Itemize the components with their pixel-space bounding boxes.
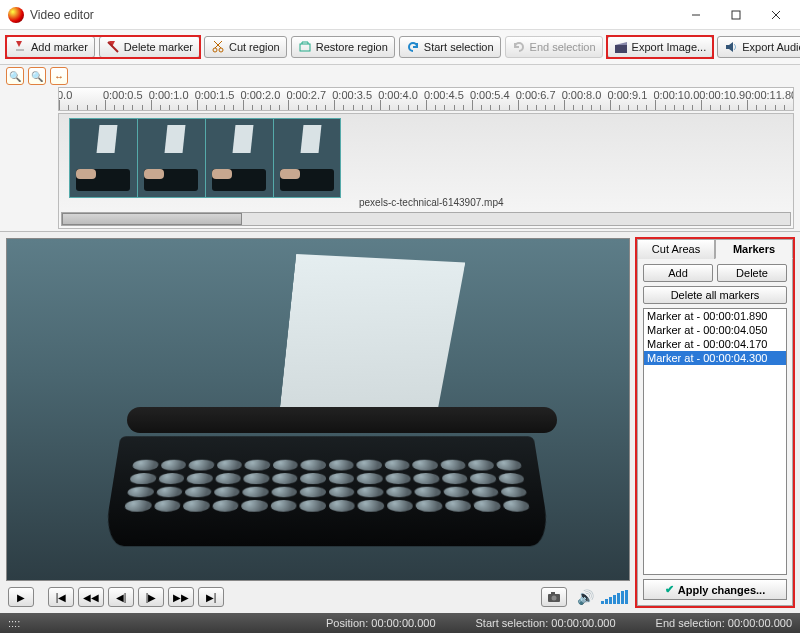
clip-thumbnail[interactable] xyxy=(273,118,341,198)
tab-markers[interactable]: Markers xyxy=(715,239,793,259)
step-back-button[interactable]: ◀| xyxy=(108,587,134,607)
play-button[interactable]: ▶ xyxy=(8,587,34,607)
clip-thumbnail[interactable] xyxy=(205,118,273,198)
status-grip: :::: xyxy=(8,617,48,629)
tick-label: 0:00:4.0 xyxy=(378,89,418,101)
volume-level[interactable] xyxy=(601,590,628,604)
delete-marker-button[interactable]: Delete marker xyxy=(99,36,200,58)
zoom-fit-button[interactable]: ↔ xyxy=(50,67,68,85)
tick-label: 0:00:3.5 xyxy=(332,89,372,101)
tick-label: 0:00:1.5 xyxy=(195,89,235,101)
status-end-selection: End selection: 00:00:00.000 xyxy=(656,617,792,629)
fast-forward-button[interactable]: ▶▶ xyxy=(168,587,194,607)
start-selection-button[interactable]: Start selection xyxy=(399,36,501,58)
minimize-button[interactable] xyxy=(676,1,716,29)
maximize-button[interactable] xyxy=(716,1,756,29)
export-image-button[interactable]: Export Image... xyxy=(607,36,714,58)
delete-all-markers-button[interactable]: Delete all markers xyxy=(643,286,787,304)
video-preview[interactable] xyxy=(6,238,630,581)
check-icon: ✔ xyxy=(665,583,674,596)
volume-icon[interactable]: 🔊 xyxy=(577,589,594,605)
svg-point-6 xyxy=(213,48,217,52)
svg-line-8 xyxy=(215,41,222,48)
end-selection-label: End selection xyxy=(530,41,596,53)
tick-label: 0:00:10.9 xyxy=(699,89,745,101)
zoom-controls: 🔍 🔍 ↔ xyxy=(6,65,794,85)
marker-add-button[interactable]: Add xyxy=(643,264,713,282)
start-selection-label: Start selection xyxy=(424,41,494,53)
add-marker-label: Add marker xyxy=(31,41,88,53)
svg-rect-1 xyxy=(732,11,740,19)
tick-label: 0:00:5.4 xyxy=(470,89,510,101)
svg-rect-14 xyxy=(551,592,555,595)
markers-tab-body: Add Delete Delete all markers Marker at … xyxy=(637,259,793,606)
status-bar: :::: Position: 00:00:00.000 Start select… xyxy=(0,613,800,633)
goto-end-button[interactable]: ▶| xyxy=(198,587,224,607)
tick-label: 0:00:9.1 xyxy=(608,89,648,101)
redo-arrow-icon xyxy=(512,40,526,54)
zoom-in-button[interactable]: 🔍 xyxy=(6,67,24,85)
svg-point-7 xyxy=(219,48,223,52)
clapper-icon xyxy=(614,40,628,54)
add-marker-button[interactable]: Add marker xyxy=(6,36,95,58)
tick-label: 0:00:8.0 xyxy=(562,89,602,101)
end-selection-button[interactable]: End selection xyxy=(505,36,603,58)
tick-label: 0:00:2.7 xyxy=(286,89,326,101)
delete-marker-icon xyxy=(106,40,120,54)
side-tabs: Cut Areas Markers xyxy=(637,239,793,259)
status-start-selection: Start selection: 00:00:00.000 xyxy=(476,617,616,629)
clip-thumbnails[interactable] xyxy=(69,118,341,198)
restore-icon xyxy=(298,40,312,54)
title-bar: Video editor xyxy=(0,0,800,30)
export-audio-button[interactable]: Export Audio... xyxy=(717,36,800,58)
markers-panel: Cut Areas Markers Add Delete Delete all … xyxy=(636,238,794,607)
tick-label: 0:00:4.5 xyxy=(424,89,464,101)
svg-rect-11 xyxy=(615,45,627,53)
marker-list-item[interactable]: Marker at - 00:00:04.300 xyxy=(644,351,786,365)
step-forward-button[interactable]: |▶ xyxy=(138,587,164,607)
tick-label: 0:00:10.0 xyxy=(653,89,699,101)
apply-changes-label: Apply changes... xyxy=(678,584,765,596)
tick-label: 0:00:2.0 xyxy=(241,89,281,101)
tick-label: 0.0 xyxy=(58,89,72,101)
add-marker-icon xyxy=(13,40,27,54)
restore-region-label: Restore region xyxy=(316,41,388,53)
marker-delete-button[interactable]: Delete xyxy=(717,264,787,282)
svg-rect-10 xyxy=(300,44,310,51)
apply-changes-button[interactable]: ✔ Apply changes... xyxy=(643,579,787,600)
tick-label: 0:00:0.5 xyxy=(103,89,143,101)
cut-region-label: Cut region xyxy=(229,41,280,53)
clip-filename: pexels-c-technical-6143907.mp4 xyxy=(359,197,504,208)
snapshot-button[interactable] xyxy=(541,587,567,607)
rewind-button[interactable]: ◀◀ xyxy=(78,587,104,607)
timeline-track[interactable]: pexels-c-technical-6143907.mp4 xyxy=(58,113,794,229)
tab-cut-areas[interactable]: Cut Areas xyxy=(637,239,715,259)
export-audio-label: Export Audio... xyxy=(742,41,800,53)
goto-start-button[interactable]: |◀ xyxy=(48,587,74,607)
time-ruler[interactable]: 0.00:00:0.50:00:1.00:00:1.50:00:2.00:00:… xyxy=(58,87,794,111)
markers-list[interactable]: Marker at - 00:00:01.890Marker at - 00:0… xyxy=(643,308,787,575)
export-image-label: Export Image... xyxy=(632,41,707,53)
main-toolbar: Add marker Delete marker Cut region Rest… xyxy=(0,30,800,65)
marker-list-item[interactable]: Marker at - 00:00:04.050 xyxy=(644,323,786,337)
clip-thumbnail[interactable] xyxy=(69,118,137,198)
preview-panel: ▶ |◀ ◀◀ ◀| |▶ ▶▶ ▶| 🔊 xyxy=(6,238,630,607)
cut-region-button[interactable]: Cut region xyxy=(204,36,287,58)
window-title: Video editor xyxy=(30,8,676,22)
app-logo-icon xyxy=(8,7,24,23)
clip-thumbnail[interactable] xyxy=(137,118,205,198)
marker-list-item[interactable]: Marker at - 00:00:01.890 xyxy=(644,309,786,323)
playback-controls: ▶ |◀ ◀◀ ◀| |▶ ▶▶ ▶| 🔊 xyxy=(6,581,630,607)
scrollbar-handle[interactable] xyxy=(62,213,242,225)
status-position: Position: 00:00:00.000 xyxy=(326,617,436,629)
delete-marker-label: Delete marker xyxy=(124,41,193,53)
main-content-row: ▶ |◀ ◀◀ ◀| |▶ ▶▶ ▶| 🔊 Cut Areas Markers … xyxy=(0,232,800,613)
marker-list-item[interactable]: Marker at - 00:00:04.170 xyxy=(644,337,786,351)
close-button[interactable] xyxy=(756,1,796,29)
zoom-out-button[interactable]: 🔍 xyxy=(28,67,46,85)
timeline-scrollbar[interactable] xyxy=(61,212,791,226)
restore-region-button[interactable]: Restore region xyxy=(291,36,395,58)
undo-arrow-icon xyxy=(406,40,420,54)
timeline-area: 🔍 🔍 ↔ 0.00:00:0.50:00:1.00:00:1.50:00:2.… xyxy=(0,65,800,232)
svg-line-9 xyxy=(214,41,221,48)
